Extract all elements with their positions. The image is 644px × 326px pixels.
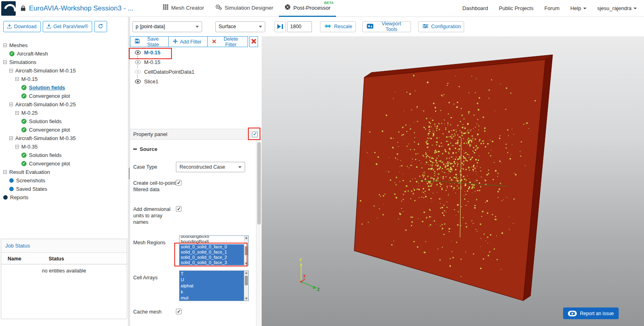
- pipeline-item[interactable]: Slice1: [130, 76, 262, 86]
- listbox-option[interactable]: alphat: [180, 283, 244, 289]
- property-panel-scrollbar[interactable]: [256, 140, 261, 326]
- listbox-option[interactable]: boundingBox6: [180, 239, 244, 244]
- tree-item[interactable]: Aircraft-Mesh: [0, 50, 128, 58]
- link-public-projects[interactable]: Public Projects: [499, 5, 533, 11]
- tree-item[interactable]: Saved States: [0, 185, 128, 193]
- tab-mesh-creator[interactable]: Mesh Creator: [157, 0, 210, 17]
- collapse-icon[interactable]: [15, 145, 19, 149]
- visibility-eye-icon[interactable]: [134, 68, 141, 75]
- help-menu[interactable]: Help: [570, 5, 586, 11]
- collapse-icon[interactable]: [9, 136, 13, 140]
- tree-item[interactable]: Solution fields: [0, 151, 128, 159]
- listbox-option[interactable]: boundingBox5: [180, 235, 244, 239]
- collapse-icon[interactable]: [3, 60, 7, 64]
- listbox-option[interactable]: solid_0_solid_0_face_3: [180, 260, 244, 265]
- tree-item[interactable]: Simulations: [0, 58, 128, 66]
- tab-simulation-designer[interactable]: Simulation Designer: [210, 0, 279, 17]
- pipeline-item[interactable]: M-0.15: [130, 47, 262, 57]
- tree-item[interactable]: M-0.35: [0, 142, 128, 151]
- report-issue-label: Report an issue: [580, 311, 614, 316]
- refresh-button[interactable]: [94, 21, 107, 32]
- tree-item-label: Convergence plot: [29, 93, 70, 99]
- collapse-icon[interactable]: [15, 111, 19, 115]
- link-forum[interactable]: Forum: [544, 5, 559, 11]
- scroll-thumb[interactable]: [257, 142, 261, 225]
- collapse-icon[interactable]: [9, 103, 13, 106]
- download-button[interactable]: Download: [3, 21, 41, 32]
- link-dashboard[interactable]: Dashboard: [462, 5, 488, 11]
- tree-item[interactable]: M-0.15: [0, 75, 128, 83]
- user-menu[interactable]: sjesu_rajendra: [597, 5, 637, 11]
- mesh-regions-row: Mesh Regions boundingBox5boundingBox6sol…: [133, 239, 253, 246]
- simscale-logo-icon[interactable]: [1, 1, 16, 16]
- case-type-select[interactable]: Reconstructed Case: [176, 162, 245, 172]
- tree-item[interactable]: Screenshots: [0, 176, 128, 185]
- listbox-option[interactable]: mut: [180, 295, 244, 301]
- viewport-tools-button[interactable]: Viewport Tools: [362, 21, 411, 32]
- listbox-option[interactable]: U: [180, 277, 244, 283]
- tree-item[interactable]: Convergence plot: [0, 126, 128, 134]
- save-state-button[interactable]: Save State: [130, 36, 169, 47]
- plus-icon: [173, 39, 178, 45]
- collapse-section-icon[interactable]: [133, 149, 137, 150]
- collapse-icon[interactable]: [9, 69, 13, 72]
- tree-item[interactable]: Convergence plot: [0, 159, 128, 168]
- splitter-handle-icon[interactable]: [129, 168, 130, 179]
- collapse-icon[interactable]: [3, 43, 7, 47]
- rescale-button[interactable]: Rescale: [320, 21, 356, 32]
- pipeline-item[interactable]: M-0.15: [130, 57, 262, 67]
- panel-splitter[interactable]: [128, 17, 130, 326]
- delete-filter-button[interactable]: Delete Filter: [207, 36, 248, 47]
- listbox-scrollbar[interactable]: [244, 236, 248, 266]
- field-selector[interactable]: p [point-data]: [132, 21, 202, 32]
- listbox-option[interactable]: solid_0_solid_0_face_0: [180, 244, 244, 250]
- visibility-eye-icon[interactable]: [134, 49, 141, 56]
- tree-item[interactable]: Solution fields: [0, 117, 128, 126]
- create-cell-checkbox[interactable]: [176, 180, 182, 186]
- tree-item[interactable]: Aircraft-Simulation M-0.25: [0, 100, 128, 109]
- close-all-filters-button[interactable]: [249, 36, 258, 47]
- representation-selector[interactable]: Surface: [215, 21, 265, 32]
- add-units-checkbox[interactable]: [176, 206, 182, 212]
- listbox-option[interactable]: T: [180, 271, 244, 277]
- pipeline-item[interactable]: CellDatatoPointData1: [130, 67, 262, 76]
- visibility-eye-icon[interactable]: [134, 78, 141, 85]
- mesh-regions-listbox[interactable]: boundingBox5boundingBox6solid_0_solid_0_…: [179, 235, 249, 266]
- render-viewport[interactable]: Y Z X Report an issue: [262, 36, 644, 326]
- collapse-icon[interactable]: [3, 170, 7, 174]
- scroll-down-icon[interactable]: [244, 297, 248, 301]
- tree-item[interactable]: Meshes: [0, 41, 128, 50]
- apply-properties-checkbox[interactable]: [252, 132, 258, 137]
- scroll-down-icon[interactable]: [244, 262, 248, 266]
- scroll-up-icon[interactable]: [244, 236, 248, 240]
- listbox-option[interactable]: k: [180, 289, 244, 295]
- scroll-thumb[interactable]: [245, 246, 248, 255]
- time-step-input[interactable]: [287, 21, 312, 32]
- configuration-button[interactable]: Configuration: [418, 21, 464, 32]
- tree-item[interactable]: Aircraft-Simulation M-0.35: [0, 134, 128, 142]
- cache-mesh-checkbox[interactable]: [176, 309, 182, 314]
- scroll-up-icon[interactable]: [244, 271, 248, 275]
- chevron-down-icon: [238, 166, 242, 168]
- add-filter-button[interactable]: Add Filter: [168, 36, 208, 47]
- scroll-thumb[interactable]: [245, 276, 248, 285]
- tree-item[interactable]: Aircraft-Simulation M-0.15: [0, 66, 128, 75]
- cell-arrays-listbox[interactable]: TUalphatkmut: [179, 270, 249, 301]
- report-issue-button[interactable]: Report an issue: [563, 307, 619, 319]
- tree-item[interactable]: Solution fields: [0, 83, 128, 92]
- tree-item[interactable]: Reports: [0, 193, 128, 202]
- get-paraview-button[interactable]: Get ParaView®: [43, 21, 92, 32]
- tree-item[interactable]: M-0.25: [0, 109, 128, 117]
- project-title[interactable]: EuroAVIA-Workshop Session3 - ...: [29, 4, 133, 12]
- tree-item-label: Aircraft-Simulation M-0.25: [15, 101, 76, 107]
- tab-post-processor[interactable]: BETA Post-Processor: [279, 0, 336, 17]
- listbox-option[interactable]: solid_0_solid_0_face_2: [180, 255, 244, 260]
- play-button[interactable]: [275, 21, 286, 32]
- listbox-option[interactable]: solid_0_solid_0_face_1: [180, 250, 244, 255]
- listbox-scrollbar[interactable]: [244, 271, 248, 301]
- collapse-icon[interactable]: [15, 77, 19, 81]
- tree-item[interactable]: Convergence plot: [0, 92, 128, 100]
- create-cell-row: Create cell-to-point filtered data: [133, 180, 253, 193]
- tree-item[interactable]: Result Evaluation: [0, 168, 128, 176]
- visibility-eye-icon[interactable]: [134, 59, 141, 65]
